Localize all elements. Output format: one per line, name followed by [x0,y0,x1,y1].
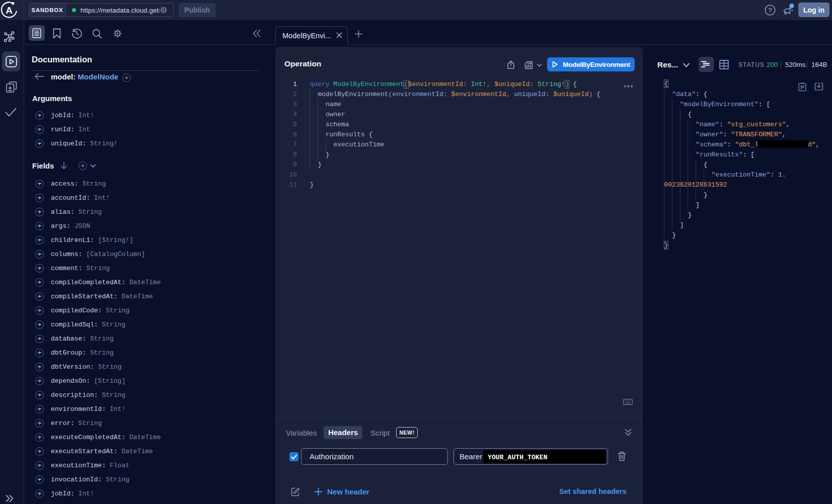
svg-text:A: A [6,5,13,16]
